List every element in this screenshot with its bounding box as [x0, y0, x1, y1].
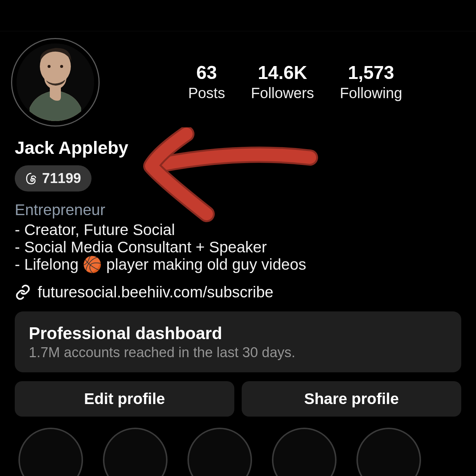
bio-line: - Lifelong 🏀 player making old guy video…: [15, 256, 461, 273]
story-highlight[interactable]: [356, 428, 421, 476]
avatar: [17, 44, 94, 121]
stat-label: Followers: [251, 85, 314, 101]
story-highlight[interactable]: [187, 428, 252, 476]
professional-dashboard-card[interactable]: Professional dashboard 1.7M accounts rea…: [15, 311, 461, 372]
stat-followers[interactable]: 14.6K Followers: [251, 63, 314, 101]
stat-value: 63: [188, 63, 225, 82]
stat-value: 1,573: [340, 63, 402, 82]
bio-link[interactable]: futuresocial.beehiiv.com/subscribe: [0, 273, 476, 301]
edit-profile-button[interactable]: Edit profile: [15, 381, 234, 417]
link-icon: [15, 284, 31, 300]
avatar-image: [17, 44, 94, 121]
avatar-story-ring[interactable]: [11, 38, 100, 127]
threads-icon: [25, 172, 38, 185]
threads-count: 71199: [42, 170, 81, 186]
threads-badge[interactable]: 71199: [15, 165, 92, 192]
bio-line: - Creator, Future Social: [15, 221, 461, 238]
stat-label: Following: [340, 85, 402, 101]
stats-row: 63 Posts 14.6K Followers 1,573 Following: [129, 63, 461, 101]
name-section: Jack Appleby 71199: [0, 127, 476, 192]
stat-following[interactable]: 1,573 Following: [340, 63, 402, 101]
story-highlight[interactable]: [103, 428, 168, 476]
bio-section: Entrepreneur - Creator, Future Social - …: [0, 192, 476, 273]
story-highlights-row: [0, 417, 476, 476]
stat-posts[interactable]: 63 Posts: [188, 63, 225, 101]
stat-label: Posts: [188, 85, 225, 101]
profile-header: 63 Posts 14.6K Followers 1,573 Following: [0, 31, 476, 127]
profile-category: Entrepreneur: [15, 201, 461, 219]
share-profile-button[interactable]: Share profile: [242, 381, 461, 417]
bio-line: - Social Media Consultant + Speaker: [15, 238, 461, 256]
dashboard-title: Professional dashboard: [29, 323, 447, 343]
story-highlight[interactable]: [18, 428, 83, 476]
top-bar: [0, 0, 476, 31]
stat-value: 14.6K: [251, 63, 314, 82]
story-highlight[interactable]: [272, 428, 337, 476]
dashboard-subtitle: 1.7M accounts reached in the last 30 day…: [29, 345, 447, 361]
action-row: Edit profile Share profile: [15, 381, 461, 417]
svg-point-3: [60, 65, 63, 68]
svg-point-2: [48, 65, 51, 68]
display-name: Jack Appleby: [15, 138, 461, 158]
link-text: futuresocial.beehiiv.com/subscribe: [38, 283, 273, 301]
